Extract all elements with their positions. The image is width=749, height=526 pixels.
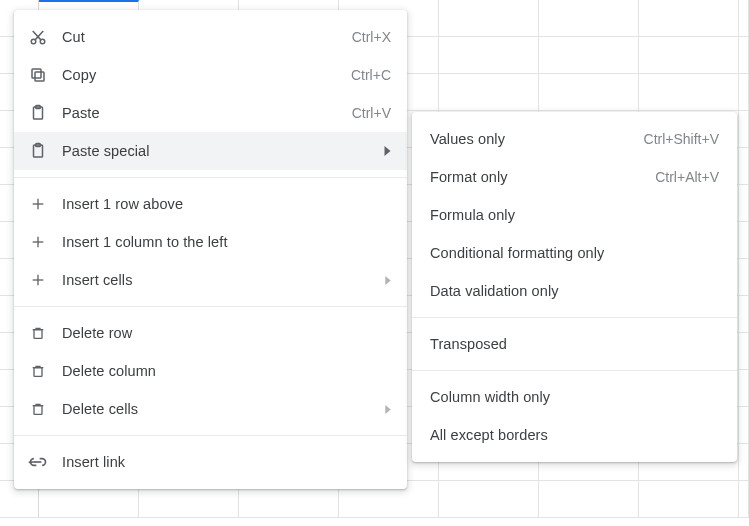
- submenu-arrow-icon: [384, 146, 391, 156]
- submenu-item-values-only[interactable]: Values only Ctrl+Shift+V: [412, 120, 737, 158]
- submenu-arrow-icon: [385, 276, 391, 285]
- menu-label: Data validation only: [430, 283, 719, 299]
- grid-cell[interactable]: [439, 37, 539, 74]
- menu-label: Values only: [430, 131, 644, 147]
- cut-icon: [28, 27, 48, 47]
- grid-cell[interactable]: [639, 37, 739, 74]
- grid-cell[interactable]: [739, 111, 749, 148]
- menu-item-cut[interactable]: Cut Ctrl+X: [14, 18, 407, 56]
- grid-cell[interactable]: [439, 481, 539, 518]
- grid-cell[interactable]: [739, 444, 749, 481]
- grid-cell[interactable]: [539, 481, 639, 518]
- submenu-item-formula-only[interactable]: Formula only: [412, 196, 737, 234]
- menu-item-paste[interactable]: Paste Ctrl+V: [14, 94, 407, 132]
- grid-cell[interactable]: [639, 0, 739, 37]
- grid-cell[interactable]: [739, 407, 749, 444]
- grid-cell[interactable]: [739, 370, 749, 407]
- submenu-item-data-validation[interactable]: Data validation only: [412, 272, 737, 310]
- grid-cell[interactable]: [439, 0, 539, 37]
- menu-item-paste-special[interactable]: Paste special: [14, 132, 407, 170]
- menu-shortcut: Ctrl+V: [352, 105, 391, 121]
- plus-icon: [28, 232, 48, 252]
- menu-label: Formula only: [430, 207, 719, 223]
- grid-cell[interactable]: [539, 37, 639, 74]
- menu-label: All except borders: [430, 427, 719, 443]
- trash-icon: [28, 361, 48, 381]
- grid-cell[interactable]: [739, 296, 749, 333]
- svg-point-0: [31, 39, 36, 44]
- menu-shortcut: Ctrl+X: [352, 29, 391, 45]
- menu-label: Transposed: [430, 336, 719, 352]
- menu-separator: [412, 317, 737, 318]
- submenu-arrow-icon: [385, 405, 391, 414]
- plus-icon: [28, 194, 48, 214]
- grid-cell[interactable]: [739, 481, 749, 518]
- menu-label: Delete row: [62, 325, 391, 341]
- grid-cell[interactable]: [739, 0, 749, 37]
- submenu-item-transposed[interactable]: Transposed: [412, 325, 737, 363]
- menu-item-copy[interactable]: Copy Ctrl+C: [14, 56, 407, 94]
- menu-shortcut: Ctrl+Alt+V: [655, 169, 719, 185]
- svg-rect-5: [32, 69, 41, 78]
- menu-item-delete-row[interactable]: Delete row: [14, 314, 407, 352]
- menu-separator: [412, 370, 737, 371]
- menu-label: Paste special: [62, 143, 376, 159]
- copy-icon: [28, 65, 48, 85]
- menu-item-insert-column[interactable]: Insert 1 column to the left: [14, 223, 407, 261]
- grid-cell[interactable]: [539, 0, 639, 37]
- menu-label: Format only: [430, 169, 655, 185]
- menu-item-insert-cells[interactable]: Insert cells: [14, 261, 407, 299]
- menu-shortcut: Ctrl+Shift+V: [644, 131, 719, 147]
- menu-item-insert-row[interactable]: Insert 1 row above: [14, 185, 407, 223]
- paste-special-submenu: Values only Ctrl+Shift+V Format only Ctr…: [412, 112, 737, 462]
- paste-icon: [28, 103, 48, 123]
- grid-cell[interactable]: [739, 185, 749, 222]
- grid-cell[interactable]: [639, 481, 739, 518]
- svg-rect-16: [34, 330, 42, 339]
- menu-label: Delete cells: [62, 401, 377, 417]
- menu-item-delete-column[interactable]: Delete column: [14, 352, 407, 390]
- svg-rect-4: [35, 72, 44, 81]
- menu-label: Conditional formatting only: [430, 245, 719, 261]
- paste-special-icon: [28, 141, 48, 161]
- svg-rect-18: [34, 406, 42, 415]
- menu-label: Copy: [62, 67, 351, 83]
- grid-cell[interactable]: [739, 148, 749, 185]
- context-menu: Cut Ctrl+X Copy Ctrl+C Paste Ctrl+V Past…: [14, 10, 407, 489]
- trash-icon: [28, 323, 48, 343]
- menu-label: Delete column: [62, 363, 391, 379]
- grid-cell[interactable]: [639, 74, 739, 111]
- menu-shortcut: Ctrl+C: [351, 67, 391, 83]
- grid-cell[interactable]: [439, 74, 539, 111]
- menu-label: Column width only: [430, 389, 719, 405]
- grid-cell[interactable]: [739, 333, 749, 370]
- menu-label: Paste: [62, 105, 352, 121]
- plus-icon: [28, 270, 48, 290]
- grid-cell[interactable]: [739, 259, 749, 296]
- grid-cell[interactable]: [539, 74, 639, 111]
- menu-label: Insert link: [62, 454, 391, 470]
- link-icon: [28, 452, 48, 472]
- menu-separator: [14, 177, 407, 178]
- menu-label: Cut: [62, 29, 352, 45]
- svg-rect-17: [34, 368, 42, 377]
- grid-cell[interactable]: [739, 37, 749, 74]
- svg-point-1: [40, 39, 45, 44]
- menu-separator: [14, 306, 407, 307]
- submenu-item-column-width[interactable]: Column width only: [412, 378, 737, 416]
- trash-icon: [28, 399, 48, 419]
- menu-label: Insert 1 row above: [62, 196, 391, 212]
- submenu-item-all-except-borders[interactable]: All except borders: [412, 416, 737, 454]
- submenu-item-conditional-formatting[interactable]: Conditional formatting only: [412, 234, 737, 272]
- menu-label: Insert 1 column to the left: [62, 234, 391, 250]
- grid-cell[interactable]: [739, 74, 749, 111]
- menu-separator: [14, 435, 407, 436]
- menu-item-delete-cells[interactable]: Delete cells: [14, 390, 407, 428]
- submenu-item-format-only[interactable]: Format only Ctrl+Alt+V: [412, 158, 737, 196]
- menu-item-insert-link[interactable]: Insert link: [14, 443, 407, 481]
- grid-cell[interactable]: [739, 222, 749, 259]
- menu-label: Insert cells: [62, 272, 377, 288]
